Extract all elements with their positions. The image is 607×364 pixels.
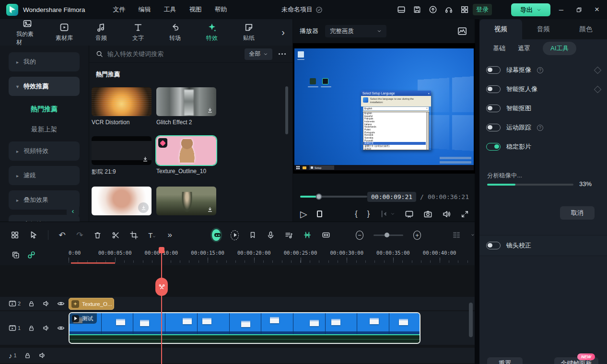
ai-copilot-icon[interactable]: [212, 229, 221, 241]
timeline-scrollbar[interactable]: [469, 303, 473, 337]
mark-out-brace[interactable]: }: [367, 210, 370, 218]
mute-speaker-icon[interactable]: [42, 324, 50, 332]
more-tools-icon[interactable]: »: [166, 230, 174, 240]
publish-icon[interactable]: [429, 5, 437, 14]
current-timecode[interactable]: 00:00:09:21: [367, 192, 416, 202]
timeline-zoom-slider[interactable]: [374, 235, 404, 236]
close-button[interactable]: ×: [595, 5, 599, 14]
playhead-line[interactable]: [161, 248, 162, 364]
crop-icon[interactable]: [130, 230, 138, 240]
login-button[interactable]: 登录: [473, 4, 492, 15]
zoom-handle[interactable]: [385, 233, 389, 237]
effect-card[interactable]: [92, 187, 152, 215]
tab-text[interactable]: 文字: [127, 23, 149, 42]
smart-scene-cut-icon[interactable]: [303, 230, 312, 240]
effects-scrollbar[interactable]: [285, 86, 288, 134]
mute-speaker-icon[interactable]: [42, 300, 50, 307]
category-my[interactable]: ▸ 我的: [9, 52, 80, 71]
minimize-button[interactable]: ─: [559, 6, 563, 13]
video-clip-selected[interactable]: 测试: [69, 312, 420, 344]
subtab-ai-tools[interactable]: AI工具: [543, 42, 576, 55]
category-newest[interactable]: 最新上架: [9, 121, 80, 138]
timeline-ruler[interactable]: 00:00:0000:00:05:0000:00:10:0000:00:15:0…: [0, 248, 475, 265]
category-effects-recommend[interactable]: ▾ 特效推薦: [9, 77, 80, 96]
ai-portrait-toggle[interactable]: [486, 85, 501, 93]
menu-item-tools[interactable]: 工具: [164, 5, 176, 14]
layout-icon[interactable]: [397, 5, 406, 14]
expand-tabs-chevron[interactable]: ›: [281, 27, 285, 38]
menu-item-view[interactable]: 视图: [189, 5, 202, 14]
help-icon[interactable]: ?: [537, 67, 543, 73]
delete-icon[interactable]: [93, 230, 102, 240]
scopes-icon[interactable]: [456, 26, 468, 36]
audio-track-1-lane[interactable]: ♪ 1: [0, 348, 475, 363]
search-input[interactable]: [107, 50, 240, 58]
menu-item-edit[interactable]: 编辑: [139, 5, 151, 14]
effect-card[interactable]: [156, 187, 216, 215]
volume-icon[interactable]: [442, 210, 451, 219]
lens-correction-toggle[interactable]: [486, 242, 501, 249]
add-track-icon[interactable]: [12, 251, 20, 259]
render-preview-icon[interactable]: [231, 230, 239, 240]
effect-card[interactable]: 影院 21:9: [92, 136, 152, 176]
seek-slider[interactable]: [300, 196, 367, 198]
play-button[interactable]: ▷: [300, 210, 307, 219]
effect-clip[interactable]: Texture_O...: [69, 298, 114, 310]
maximize-button[interactable]: [576, 7, 582, 13]
track-height-icon[interactable]: [452, 230, 461, 240]
smart-cutout-toggle[interactable]: [486, 105, 501, 112]
save-icon[interactable]: [413, 5, 421, 14]
playhead-cap[interactable]: [159, 247, 164, 253]
green-screen-toggle[interactable]: [486, 66, 501, 74]
tab-audio[interactable]: 音频: [90, 23, 112, 42]
text-tool-icon[interactable]: T: [148, 230, 156, 240]
menu-item-file[interactable]: 文件: [113, 5, 126, 14]
tab-stock-media[interactable]: 素材库: [53, 23, 75, 42]
audio-mixer-icon[interactable]: [285, 230, 293, 240]
effect-card[interactable]: Glitch Effect 2: [156, 87, 216, 126]
category-hot-recommend[interactable]: 熱門推薦: [9, 101, 80, 117]
link-clips-icon[interactable]: [27, 251, 35, 259]
seek-handle[interactable]: [316, 194, 322, 200]
cancel-button[interactable]: 取消: [560, 206, 595, 220]
tab-my-media[interactable]: 我的素材: [16, 19, 38, 47]
undo-icon[interactable]: ↶: [58, 230, 66, 240]
support-headset-icon[interactable]: [444, 5, 453, 14]
motion-tracking-toggle[interactable]: [486, 124, 501, 131]
chevron-down-icon[interactable]: [471, 233, 475, 237]
tab-audio-props[interactable]: 音频: [522, 19, 565, 39]
category-video-effects[interactable]: ▸ 視頻特效: [9, 141, 80, 161]
menu-item-help[interactable]: 帮助: [215, 5, 227, 14]
marker-icon[interactable]: [249, 230, 257, 240]
help-icon[interactable]: ?: [537, 125, 543, 131]
export-button[interactable]: 导出: [511, 3, 550, 16]
tab-color[interactable]: 颜色: [564, 19, 607, 39]
zoom-in-icon[interactable]: +: [413, 231, 420, 240]
category-filters[interactable]: ▸ 濾鏡: [9, 166, 80, 185]
lock-icon[interactable]: [28, 325, 35, 332]
stop-button[interactable]: [317, 211, 323, 217]
playhead-scissors-button[interactable]: [155, 278, 168, 296]
more-options-icon[interactable]: [279, 53, 286, 55]
fullscreen-icon[interactable]: [461, 210, 469, 218]
auto-ripple-icon[interactable]: [322, 230, 330, 240]
visibility-eye-icon[interactable]: [57, 300, 65, 307]
split-scissors-icon[interactable]: [112, 230, 120, 240]
redo-icon[interactable]: ↷: [76, 230, 83, 240]
effect-card[interactable]: VCR Distortion: [92, 87, 152, 126]
tab-video[interactable]: 视频: [479, 19, 522, 39]
effect-card-selected[interactable]: Texture_Outline_10: [156, 136, 216, 175]
display-output-icon[interactable]: [405, 210, 414, 219]
mute-speaker-icon[interactable]: [38, 352, 46, 359]
stabilization-toggle[interactable]: [486, 143, 501, 151]
lock-icon[interactable]: [24, 352, 31, 359]
lock-icon[interactable]: [28, 300, 35, 307]
subtab-mask[interactable]: 遮罩: [518, 44, 530, 53]
collapse-panel-button[interactable]: ‹: [67, 204, 79, 217]
voiceover-mic-icon[interactable]: [267, 230, 275, 240]
snapshot-camera-icon[interactable]: [423, 210, 432, 219]
edit-point-group[interactable]: [379, 210, 395, 218]
filter-dropdown[interactable]: 全部: [245, 48, 272, 60]
mark-in-brace[interactable]: {: [355, 210, 357, 218]
subtab-basic[interactable]: 基础: [493, 44, 505, 53]
